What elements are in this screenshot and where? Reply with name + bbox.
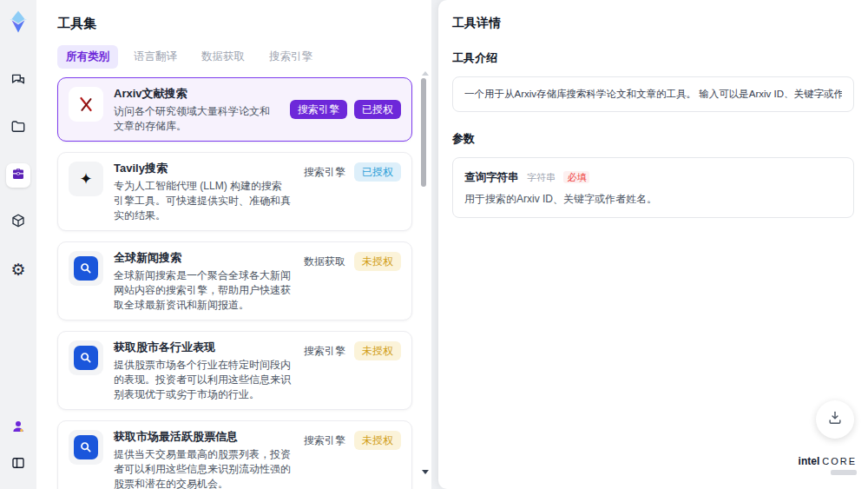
toolbox-nav-button[interactable] xyxy=(6,163,30,188)
search-icon xyxy=(69,340,103,375)
tool-name: 全球新闻搜索 xyxy=(114,249,292,267)
tool-description: 访问各个研究领域大量科学论文和文章的存储库。 xyxy=(114,104,279,134)
card-tags: 数据获取 未授权 xyxy=(302,249,401,313)
card-body: 全球新闻搜索 全球新闻搜索是一个聚合全球各大新闻网站内容的搜索引擎，帮助用户快速… xyxy=(114,249,292,313)
tool-name: 获取股市各行业表现 xyxy=(114,339,292,356)
category-badge: 搜索引擎 xyxy=(302,162,347,182)
tool-name: Arxiv文献搜索 xyxy=(114,85,279,102)
tool-details-panel: 工具详情 工具介绍 一个用于从Arxiv存储库搜索科学论文和文章的工具。 输入可… xyxy=(438,0,868,489)
user-account-button[interactable] xyxy=(6,416,30,440)
arxiv-icon xyxy=(69,87,103,122)
intel-core-logo: intel CORE xyxy=(799,455,857,475)
tool-card-sector-performance[interactable]: 获取股市各行业表现 提供股票市场各个行业在特定时间段内的表现。投资者可以利用这些… xyxy=(57,331,412,410)
user-icon xyxy=(10,419,26,438)
search-icon xyxy=(69,430,103,465)
intro-heading: 工具介绍 xyxy=(452,50,854,66)
param-header: 查询字符串 字符串 必填 xyxy=(464,169,842,185)
scrollbar-up-arrow-icon[interactable] xyxy=(422,71,429,76)
list-scrollbar xyxy=(421,71,427,478)
category-badge: 搜索引擎 xyxy=(290,100,347,119)
card-body: 获取股市各行业表现 提供股票市场各个行业在特定时间段内的表现。投资者可以利用这些… xyxy=(114,339,292,402)
tool-name: Tavily搜索 xyxy=(114,160,292,177)
tavily-star-icon: ✦ xyxy=(69,162,103,196)
category-tabs: 所有类别 语言翻译 数据获取 搜索引擎 xyxy=(57,45,412,69)
card-body: Arxiv文献搜索 访问各个研究领域大量科学论文和文章的存储库。 xyxy=(114,85,279,134)
param-type: 字符串 xyxy=(527,172,556,182)
tool-description: 提供股票市场各个行业在特定时间段内的表现。投资者可以利用这些信息来识别表现优于或… xyxy=(114,358,292,402)
app-logo[interactable] xyxy=(5,9,31,35)
tool-list-panel: 工具集 所有类别 语言翻译 数据获取 搜索引擎 Arxiv文献搜索 访问各个研究… xyxy=(36,0,431,489)
download-button[interactable] xyxy=(816,400,854,439)
rail-nav: ⚙ xyxy=(6,69,30,281)
category-badge: 搜索引擎 xyxy=(302,341,347,360)
category-badge: 数据获取 xyxy=(302,252,347,271)
tab-language-translation[interactable]: 语言翻译 xyxy=(125,45,186,69)
params-heading: 参数 xyxy=(452,131,854,147)
param-box: 查询字符串 字符串 必填 用于搜索的Arxiv ID、关键字或作者姓名。 xyxy=(452,157,854,218)
scrollbar-thumb[interactable] xyxy=(421,78,426,187)
toolbox-icon xyxy=(10,166,26,185)
search-icon xyxy=(69,251,103,286)
tool-card-tavily[interactable]: ✦ Tavily搜索 专为人工智能代理 (LLM) 构建的搜索引擎工具。可快速提… xyxy=(57,152,412,231)
card-body: 获取市场最活跃股票信息 提供当天交易量最高的股票列表，投资者可以利用这些信息来识… xyxy=(114,428,292,489)
tool-card-list: Arxiv文献搜索 访问各个研究领域大量科学论文和文章的存储库。 搜索引擎 已授… xyxy=(57,77,412,489)
tool-description: 全球新闻搜索是一个聚合全球各大新闻网站内容的搜索引擎，帮助用户快速获取全球最新资… xyxy=(114,268,292,313)
diamond-logo-icon xyxy=(5,9,31,35)
blue-search-icon xyxy=(74,256,98,281)
status-badge: 未授权 xyxy=(354,431,401,450)
status-badge: 已授权 xyxy=(354,162,401,182)
card-tags: 搜索引擎 未授权 xyxy=(302,339,401,402)
left-rail: ⚙ xyxy=(0,0,36,489)
panel-icon xyxy=(10,455,26,474)
card-tags: 搜索引擎 已授权 xyxy=(302,160,401,223)
param-description: 用于搜索的Arxiv ID、关键字或作者姓名。 xyxy=(464,192,842,207)
category-badge: 搜索引擎 xyxy=(302,431,347,450)
tool-card-global-news[interactable]: 全球新闻搜索 全球新闻搜索是一个聚合全球各大新闻网站内容的搜索引擎，帮助用户快速… xyxy=(57,241,412,320)
param-required-badge: 必填 xyxy=(563,171,589,183)
intro-box: 一个用于从Arxiv存储库搜索科学论文和文章的工具。 输入可以是Arxiv ID… xyxy=(452,76,854,112)
status-badge: 已授权 xyxy=(354,100,401,119)
chat-icon xyxy=(10,72,26,91)
tool-name: 获取市场最活跃股票信息 xyxy=(114,428,292,446)
status-badge: 未授权 xyxy=(354,252,401,271)
tool-description: 提供当天交易量最高的股票列表，投资者可以利用这些信息来识别流动性强的股票和潜在的… xyxy=(114,447,292,489)
tool-description: 专为人工智能代理 (LLM) 构建的搜索引擎工具。可快速提供实时、准确和真实的结… xyxy=(114,179,292,223)
param-name: 查询字符串 xyxy=(464,171,519,183)
star-glyph: ✦ xyxy=(79,171,92,187)
collapse-panel-button[interactable] xyxy=(6,453,30,477)
gear-icon: ⚙ xyxy=(10,261,25,278)
card-tags: 搜索引擎 未授权 xyxy=(302,428,401,489)
tab-data-acquisition[interactable]: 数据获取 xyxy=(193,45,253,69)
blue-search-icon xyxy=(74,435,98,459)
details-title: 工具详情 xyxy=(452,16,854,31)
download-icon xyxy=(826,409,844,430)
tool-card-active-stocks[interactable]: 获取市场最活跃股票信息 提供当天交易量最高的股票列表，投资者可以利用这些信息来识… xyxy=(57,420,412,489)
tab-search-engine[interactable]: 搜索引擎 xyxy=(260,45,321,69)
card-tags: 搜索引擎 已授权 xyxy=(290,100,401,119)
page-title: 工具集 xyxy=(57,16,412,32)
folder-nav-button[interactable] xyxy=(6,116,30,141)
card-body: Tavily搜索 专为人工智能代理 (LLM) 构建的搜索引擎工具。可快速提供实… xyxy=(114,160,292,223)
rail-bottom xyxy=(6,416,30,477)
cube-icon xyxy=(10,213,26,232)
scrollbar-down-arrow-icon[interactable] xyxy=(422,470,429,474)
cube-nav-button[interactable] xyxy=(6,210,30,235)
intro-text: 一个用于从Arxiv存储库搜索科学论文和文章的工具。 输入可以是Arxiv ID… xyxy=(464,88,842,101)
status-badge: 未授权 xyxy=(354,341,401,360)
tab-all-categories[interactable]: 所有类别 xyxy=(57,45,118,69)
settings-nav-button[interactable]: ⚙ xyxy=(6,257,30,281)
brand-sub-badge xyxy=(831,470,857,475)
intel-wordmark: intel xyxy=(799,455,820,467)
chat-nav-button[interactable] xyxy=(6,69,30,94)
folder-icon xyxy=(10,119,26,138)
blue-search-icon xyxy=(74,346,98,370)
tool-card-arxiv[interactable]: Arxiv文献搜索 访问各个研究领域大量科学论文和文章的存储库。 搜索引擎 已授… xyxy=(57,77,412,142)
core-wordmark: CORE xyxy=(822,456,857,466)
